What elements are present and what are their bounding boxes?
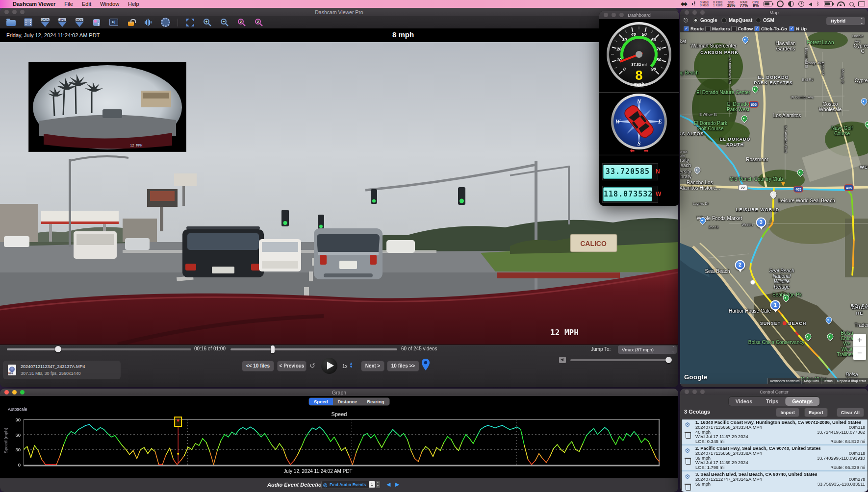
- file-position-slider[interactable]: [230, 348, 397, 350]
- copy-videos-button[interactable]: [22, 18, 34, 26]
- ssd-meter[interactable]: SSD38%: [727, 1, 735, 7]
- spotlight-icon[interactable]: [849, 2, 854, 6]
- arrow-left-icon[interactable]: ⬅: [630, 148, 635, 153]
- tab-speed[interactable]: Speed: [309, 398, 333, 405]
- import-button[interactable]: Import: [776, 408, 799, 417]
- geotag-card-3[interactable]: ⚙3. Seal Beach Blvd, Seal Beach, CA 9074…: [682, 471, 868, 492]
- time-machine-icon[interactable]: [798, 1, 804, 7]
- tab-distance[interactable]: Distance: [333, 398, 362, 405]
- tab-videos[interactable]: Videos: [729, 397, 759, 406]
- export-data-button[interactable]: DATA: [39, 18, 51, 27]
- battery-icon-2[interactable]: [824, 1, 833, 6]
- video-progress-thumb[interactable]: [55, 346, 61, 352]
- play-button[interactable]: [321, 358, 337, 374]
- menu-help[interactable]: Help: [128, 1, 139, 7]
- tab-bearing[interactable]: Bearing: [362, 398, 389, 405]
- heading-arrows[interactable]: ⬅ ➡: [599, 146, 679, 154]
- fullscreen-button[interactable]: [184, 18, 196, 27]
- main-title-bar[interactable]: Dashcam Viewer Pro: [0, 8, 678, 16]
- dropbox-icon[interactable]: ◆◆: [681, 1, 686, 6]
- poi-pin-icon[interactable]: [824, 316, 833, 324]
- menu-edit[interactable]: Edit: [82, 1, 91, 7]
- zoom-in-button[interactable]: [202, 18, 213, 27]
- poi-pin-icon[interactable]: [740, 114, 749, 123]
- video-frame[interactable]: CALICO: [0, 42, 678, 344]
- gear-icon[interactable]: ⚙: [685, 421, 690, 428]
- poi-pin-icon[interactable]: [769, 190, 778, 199]
- zoom-out-button[interactable]: −: [853, 347, 866, 360]
- attribution-item[interactable]: Report a map error: [835, 378, 868, 384]
- geotag-card-2[interactable]: ⚙2. Pacific Coast Hwy, Seal Beach, CA 90…: [682, 445, 868, 471]
- ram-meter[interactable]: RAM77%: [740, 1, 748, 7]
- zoom2-out-button[interactable]: 2: [253, 18, 265, 27]
- poi-pin-icon[interactable]: [698, 216, 707, 225]
- find-audio-events-button[interactable]: Find Audio Events: [321, 481, 370, 489]
- volume-icon[interactable]: [809, 2, 812, 6]
- gear-icon[interactable]: ⚙: [685, 473, 690, 480]
- settings-button[interactable]: [159, 18, 171, 27]
- speaker-icon[interactable]: [559, 357, 566, 363]
- map-canvas[interactable]: 22405405605 Walmart SupercenterCARSON PA…: [680, 32, 868, 384]
- file-position-thumb[interactable]: [271, 345, 275, 353]
- display-mode-icon[interactable]: [788, 1, 794, 7]
- camera-status-icon[interactable]: [777, 0, 784, 7]
- map-type-dropdown[interactable]: Hybrid ⌃⌄: [826, 17, 865, 25]
- audio-prev-button[interactable]: ◀: [386, 481, 390, 488]
- check-n-up[interactable]: ✓N Up: [789, 26, 807, 31]
- audio-count-stepper[interactable]: ▲▼: [376, 481, 380, 488]
- volume-thumb[interactable]: [665, 357, 672, 363]
- cc-title-bar[interactable]: Control Center: [680, 389, 868, 395]
- rate-stepper[interactable]: ▲▼: [349, 362, 353, 369]
- geotag-list[interactable]: ⚙1. 16340 Pacific Coast Hwy, Huntington …: [681, 419, 868, 492]
- poi-pin-icon[interactable]: [860, 97, 868, 106]
- audio-waveform-button[interactable]: [142, 19, 154, 26]
- check-follow[interactable]: Follow: [731, 26, 753, 31]
- geotag-marker-2[interactable]: 2: [735, 260, 745, 270]
- poi-pin-icon[interactable]: [804, 332, 813, 341]
- poi-pin-icon[interactable]: [864, 120, 868, 129]
- audio-next-button[interactable]: ▶: [395, 481, 399, 488]
- volume-slider[interactable]: [570, 359, 671, 361]
- attribution-item[interactable]: Terms: [821, 378, 835, 384]
- previous-button[interactable]: < Previous: [277, 361, 306, 371]
- check-click-to-go[interactable]: ✓Click-To-Go: [754, 26, 787, 31]
- zoom2-in-button[interactable]: 2: [236, 18, 248, 27]
- poi-pin-icon[interactable]: [693, 166, 702, 174]
- export-mov-button[interactable]: MOV: [74, 18, 85, 27]
- graph-title-bar[interactable]: Graph: [0, 389, 678, 396]
- poi-pin-icon[interactable]: [751, 85, 760, 94]
- dashboard-title-bar[interactable]: Dashboard: [599, 11, 679, 19]
- loop-icon[interactable]: ↺: [309, 362, 315, 369]
- app-menu[interactable]: Dashcam Viewer: [13, 1, 55, 7]
- trash-icon[interactable]: [686, 433, 691, 439]
- video-progress-slider[interactable]: [7, 348, 191, 350]
- zoom-out-button[interactable]: [219, 18, 230, 27]
- speed-chart[interactable]: [24, 416, 660, 467]
- radio-google[interactable]: Google: [693, 18, 717, 23]
- attribution-item[interactable]: Keyboard shortcuts: [767, 378, 801, 384]
- network-meter-1[interactable]: 0 kB/s0 kB/s: [700, 1, 709, 7]
- open-folder-button[interactable]: [5, 19, 17, 26]
- poi-pin-icon[interactable]: [741, 35, 750, 44]
- export-map-icon[interactable]: ⎋: [684, 17, 688, 24]
- pip-rear-camera[interactable]: 12 MPH: [28, 62, 186, 152]
- export-movie-button[interactable]: ▸|: [108, 19, 120, 26]
- menu-window[interactable]: Window: [100, 1, 119, 7]
- export-button[interactable]: Export: [804, 408, 828, 417]
- clear-all-button[interactable]: Clear All: [837, 408, 864, 417]
- menu-file[interactable]: File: [64, 1, 73, 7]
- geotag-pin-button[interactable]: [422, 359, 430, 370]
- wifi-icon[interactable]: [837, 1, 845, 6]
- check-route[interactable]: ✓Route: [684, 26, 704, 31]
- next-button[interactable]: Next >: [361, 361, 384, 371]
- merge-videos-button[interactable]: [91, 19, 102, 26]
- trash-icon[interactable]: [686, 459, 691, 465]
- file-info-card[interactable]: 20240712112347_243137A.MP4 307.31 MB, 30…: [3, 361, 121, 379]
- geotag-card-1[interactable]: ⚙1. 16340 Pacific Coast Hwy, Huntington …: [682, 419, 868, 445]
- battery-icon[interactable]: [764, 1, 772, 6]
- jump-to-dropdown[interactable]: Vmax (87 mph) ⌃⌄: [618, 345, 677, 354]
- tab-trips[interactable]: Trips: [759, 397, 785, 406]
- gear-icon[interactable]: ⚙: [685, 447, 690, 454]
- poi-pin-icon[interactable]: [796, 168, 805, 177]
- lock-button[interactable]: [125, 19, 137, 26]
